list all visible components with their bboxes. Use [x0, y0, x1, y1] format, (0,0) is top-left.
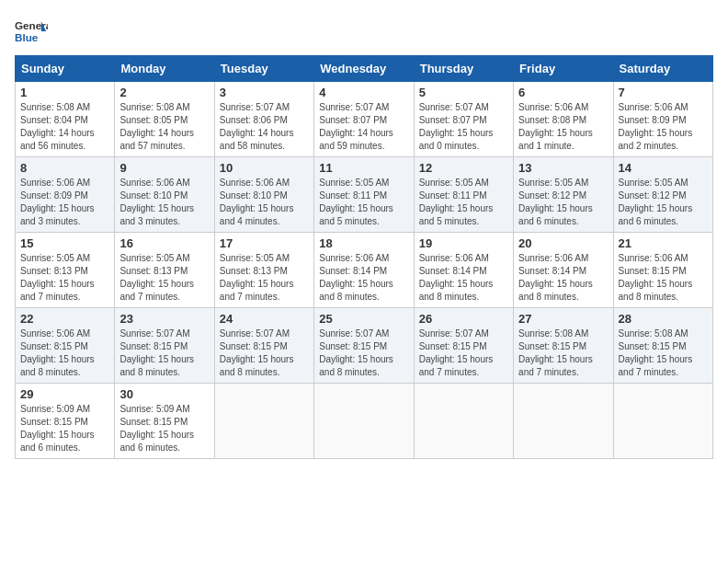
- day-info: Sunrise: 5:05 AMSunset: 8:11 PMDaylight:…: [419, 177, 508, 228]
- calendar-day: [613, 384, 712, 459]
- day-info: Sunrise: 5:06 AMSunset: 8:08 PMDaylight:…: [518, 101, 608, 153]
- weekday-header: Tuesday: [214, 56, 313, 82]
- calendar-week-row: 8Sunrise: 5:06 AMSunset: 8:09 PMDaylight…: [16, 157, 713, 233]
- logo-icon: General Blue: [15, 15, 48, 48]
- calendar-day: 17Sunrise: 5:05 AMSunset: 8:13 PMDayligh…: [214, 233, 313, 308]
- day-number: 8: [20, 161, 109, 175]
- day-info: Sunrise: 5:07 AMSunset: 8:15 PMDaylight:…: [220, 327, 309, 379]
- day-number: 13: [518, 161, 608, 175]
- calendar-day: 22Sunrise: 5:06 AMSunset: 8:15 PMDayligh…: [16, 308, 115, 384]
- day-info: Sunrise: 5:07 AMSunset: 8:15 PMDaylight:…: [419, 327, 508, 379]
- day-info: Sunrise: 5:07 AMSunset: 8:07 PMDaylight:…: [319, 101, 408, 153]
- day-info: Sunrise: 5:05 AMSunset: 8:11 PMDaylight:…: [319, 177, 408, 228]
- calendar-day: 30Sunrise: 5:09 AMSunset: 8:15 PMDayligh…: [115, 384, 214, 459]
- weekday-header: Monday: [115, 56, 214, 82]
- calendar-day: 6Sunrise: 5:06 AMSunset: 8:08 PMDaylight…: [514, 82, 613, 157]
- day-number: 27: [518, 312, 608, 326]
- day-number: 26: [419, 312, 508, 326]
- day-number: 19: [419, 236, 508, 250]
- weekday-header: Friday: [514, 56, 613, 82]
- day-info: Sunrise: 5:07 AMSunset: 8:15 PMDaylight:…: [119, 327, 209, 379]
- day-info: Sunrise: 5:07 AMSunset: 8:07 PMDaylight:…: [419, 101, 508, 153]
- calendar-day: 12Sunrise: 5:05 AMSunset: 8:11 PMDayligh…: [414, 157, 513, 233]
- day-number: 21: [619, 236, 708, 250]
- calendar-day: [514, 384, 613, 459]
- day-number: 11: [319, 161, 408, 175]
- day-number: 12: [419, 161, 508, 175]
- calendar-day: 7Sunrise: 5:06 AMSunset: 8:09 PMDaylight…: [613, 82, 712, 157]
- weekday-header-row: SundayMondayTuesdayWednesdayThursdayFrid…: [16, 56, 713, 82]
- day-info: Sunrise: 5:06 AMSunset: 8:10 PMDaylight:…: [119, 177, 209, 228]
- calendar-day: 1Sunrise: 5:08 AMSunset: 8:04 PMDaylight…: [16, 82, 115, 157]
- day-number: 15: [20, 236, 109, 250]
- calendar-day: 9Sunrise: 5:06 AMSunset: 8:10 PMDaylight…: [115, 157, 214, 233]
- day-number: 6: [518, 86, 608, 99]
- calendar-day: 28Sunrise: 5:08 AMSunset: 8:15 PMDayligh…: [613, 308, 712, 384]
- calendar-day: 27Sunrise: 5:08 AMSunset: 8:15 PMDayligh…: [514, 308, 613, 384]
- day-info: Sunrise: 5:06 AMSunset: 8:14 PMDaylight:…: [518, 252, 608, 304]
- svg-text:Blue: Blue: [15, 31, 39, 43]
- day-info: Sunrise: 5:06 AMSunset: 8:10 PMDaylight:…: [220, 177, 309, 228]
- day-number: 28: [619, 312, 708, 326]
- day-number: 4: [319, 86, 408, 99]
- day-number: 25: [319, 312, 408, 326]
- calendar-day: 20Sunrise: 5:06 AMSunset: 8:14 PMDayligh…: [514, 233, 613, 308]
- day-info: Sunrise: 5:06 AMSunset: 8:09 PMDaylight:…: [619, 101, 708, 153]
- day-info: Sunrise: 5:09 AMSunset: 8:15 PMDaylight:…: [20, 403, 109, 454]
- calendar-day: 21Sunrise: 5:06 AMSunset: 8:15 PMDayligh…: [613, 233, 712, 308]
- day-number: 16: [119, 236, 209, 250]
- day-info: Sunrise: 5:05 AMSunset: 8:12 PMDaylight:…: [619, 177, 708, 228]
- weekday-header: Sunday: [16, 56, 115, 82]
- day-info: Sunrise: 5:09 AMSunset: 8:15 PMDaylight:…: [119, 403, 209, 454]
- day-number: 24: [220, 312, 309, 326]
- day-info: Sunrise: 5:06 AMSunset: 8:09 PMDaylight:…: [20, 177, 109, 228]
- calendar-day: 25Sunrise: 5:07 AMSunset: 8:15 PMDayligh…: [314, 308, 414, 384]
- day-number: 30: [119, 387, 209, 401]
- calendar-day: 13Sunrise: 5:05 AMSunset: 8:12 PMDayligh…: [514, 157, 613, 233]
- day-number: 5: [419, 86, 508, 99]
- calendar-day: 5Sunrise: 5:07 AMSunset: 8:07 PMDaylight…: [414, 82, 513, 157]
- calendar-day: 8Sunrise: 5:06 AMSunset: 8:09 PMDaylight…: [16, 157, 115, 233]
- day-number: 2: [119, 86, 209, 99]
- day-number: 3: [220, 86, 309, 99]
- calendar-day: [414, 384, 513, 459]
- day-number: 20: [518, 236, 608, 250]
- page-header: General Blue: [15, 15, 713, 48]
- day-number: 1: [20, 86, 109, 99]
- day-info: Sunrise: 5:05 AMSunset: 8:12 PMDaylight:…: [518, 177, 608, 228]
- day-info: Sunrise: 5:07 AMSunset: 8:06 PMDaylight:…: [220, 101, 309, 153]
- day-info: Sunrise: 5:05 AMSunset: 8:13 PMDaylight:…: [220, 252, 309, 304]
- day-info: Sunrise: 5:06 AMSunset: 8:14 PMDaylight:…: [419, 252, 508, 304]
- day-info: Sunrise: 5:08 AMSunset: 8:04 PMDaylight:…: [20, 101, 109, 153]
- calendar-day: 18Sunrise: 5:06 AMSunset: 8:14 PMDayligh…: [314, 233, 414, 308]
- day-number: 23: [119, 312, 209, 326]
- day-info: Sunrise: 5:07 AMSunset: 8:15 PMDaylight:…: [319, 327, 408, 379]
- calendar-day: 4Sunrise: 5:07 AMSunset: 8:07 PMDaylight…: [314, 82, 414, 157]
- calendar-day: 19Sunrise: 5:06 AMSunset: 8:14 PMDayligh…: [414, 233, 513, 308]
- day-number: 17: [220, 236, 309, 250]
- calendar-week-row: 29Sunrise: 5:09 AMSunset: 8:15 PMDayligh…: [16, 384, 713, 459]
- day-info: Sunrise: 5:06 AMSunset: 8:15 PMDaylight:…: [619, 252, 708, 304]
- calendar-day: 29Sunrise: 5:09 AMSunset: 8:15 PMDayligh…: [16, 384, 115, 459]
- calendar-day: [214, 384, 313, 459]
- day-info: Sunrise: 5:06 AMSunset: 8:14 PMDaylight:…: [319, 252, 408, 304]
- day-number: 10: [220, 161, 309, 175]
- calendar-day: 26Sunrise: 5:07 AMSunset: 8:15 PMDayligh…: [414, 308, 513, 384]
- calendar-day: 3Sunrise: 5:07 AMSunset: 8:06 PMDaylight…: [214, 82, 313, 157]
- calendar-day: 15Sunrise: 5:05 AMSunset: 8:13 PMDayligh…: [16, 233, 115, 308]
- calendar-day: 23Sunrise: 5:07 AMSunset: 8:15 PMDayligh…: [115, 308, 214, 384]
- calendar-day: 24Sunrise: 5:07 AMSunset: 8:15 PMDayligh…: [214, 308, 313, 384]
- calendar-day: 10Sunrise: 5:06 AMSunset: 8:10 PMDayligh…: [214, 157, 313, 233]
- day-info: Sunrise: 5:08 AMSunset: 8:15 PMDaylight:…: [619, 327, 708, 379]
- calendar-day: 14Sunrise: 5:05 AMSunset: 8:12 PMDayligh…: [613, 157, 712, 233]
- calendar-table: SundayMondayTuesdayWednesdayThursdayFrid…: [15, 55, 713, 459]
- day-number: 18: [319, 236, 408, 250]
- day-number: 22: [20, 312, 109, 326]
- day-info: Sunrise: 5:08 AMSunset: 8:05 PMDaylight:…: [119, 101, 209, 153]
- calendar-day: 16Sunrise: 5:05 AMSunset: 8:13 PMDayligh…: [115, 233, 214, 308]
- day-info: Sunrise: 5:06 AMSunset: 8:15 PMDaylight:…: [20, 327, 109, 379]
- day-number: 9: [119, 161, 209, 175]
- day-number: 7: [619, 86, 708, 99]
- calendar-day: 2Sunrise: 5:08 AMSunset: 8:05 PMDaylight…: [115, 82, 214, 157]
- calendar-week-row: 22Sunrise: 5:06 AMSunset: 8:15 PMDayligh…: [16, 308, 713, 384]
